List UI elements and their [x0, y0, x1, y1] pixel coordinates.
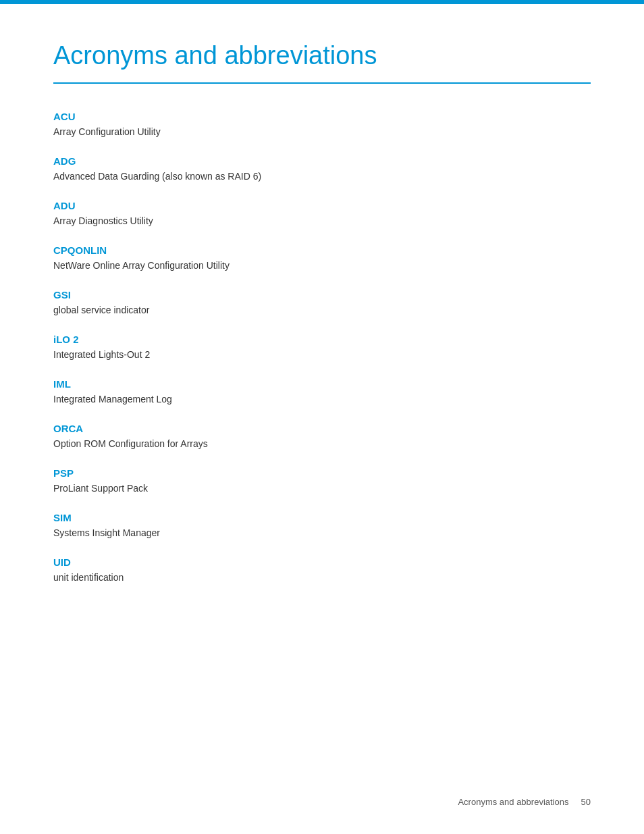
acronym-entry: CPQONLINNetWare Online Array Configurati… [53, 244, 591, 273]
acronym-term: iLO 2 [53, 334, 591, 345]
acronym-definition: ProLiant Support Pack [53, 481, 591, 496]
acronym-entry: ORCAOption ROM Configuration for Arrays [53, 423, 591, 451]
acronym-entry: ADUArray Diagnostics Utility [53, 200, 591, 228]
acronym-definition: Array Diagnostics Utility [53, 214, 591, 228]
page-title: Acronyms and abbreviations [53, 41, 591, 84]
acronym-entry: GSIglobal service indicator [53, 289, 591, 317]
acronym-definition: Advanced Data Guarding (also known as RA… [53, 170, 591, 184]
acronym-term: ADG [53, 155, 591, 167]
acronym-list: ACUArray Configuration UtilityADGAdvance… [53, 111, 591, 585]
acronym-definition: Integrated Management Log [53, 392, 591, 407]
acronym-term: ORCA [53, 423, 591, 434]
acronym-definition: Array Configuration Utility [53, 125, 591, 139]
acronym-entry: SIMSystems Insight Manager [53, 512, 591, 540]
acronym-entry: UIDunit identification [53, 556, 591, 585]
acronym-term: GSI [53, 289, 591, 301]
acronym-definition: Systems Insight Manager [53, 526, 591, 540]
acronym-definition: unit identification [53, 571, 591, 585]
acronym-definition: NetWare Online Array Configuration Utili… [53, 259, 591, 273]
acronym-entry: ACUArray Configuration Utility [53, 111, 591, 139]
acronym-term: SIM [53, 512, 591, 523]
acronym-term: PSP [53, 467, 591, 479]
acronym-definition: Option ROM Configuration for Arrays [53, 437, 591, 451]
acronym-term: ADU [53, 200, 591, 211]
top-border [0, 0, 644, 4]
acronym-term: UID [53, 556, 591, 568]
acronym-term: ACU [53, 111, 591, 122]
page-footer: Acronyms and abbreviations 50 [458, 797, 591, 807]
acronym-term: CPQONLIN [53, 244, 591, 256]
acronym-definition: Integrated Lights-Out 2 [53, 348, 591, 362]
page-container: Acronyms and abbreviations ACUArray Conf… [0, 0, 644, 834]
acronym-definition: global service indicator [53, 303, 591, 317]
acronym-entry: ADGAdvanced Data Guarding (also known as… [53, 155, 591, 184]
acronym-entry: IMLIntegrated Management Log [53, 378, 591, 407]
acronym-entry: iLO 2Integrated Lights-Out 2 [53, 334, 591, 362]
acronym-term: IML [53, 378, 591, 390]
page-number: 50 [581, 797, 591, 807]
acronym-entry: PSPProLiant Support Pack [53, 467, 591, 496]
footer-text: Acronyms and abbreviations [458, 797, 568, 807]
